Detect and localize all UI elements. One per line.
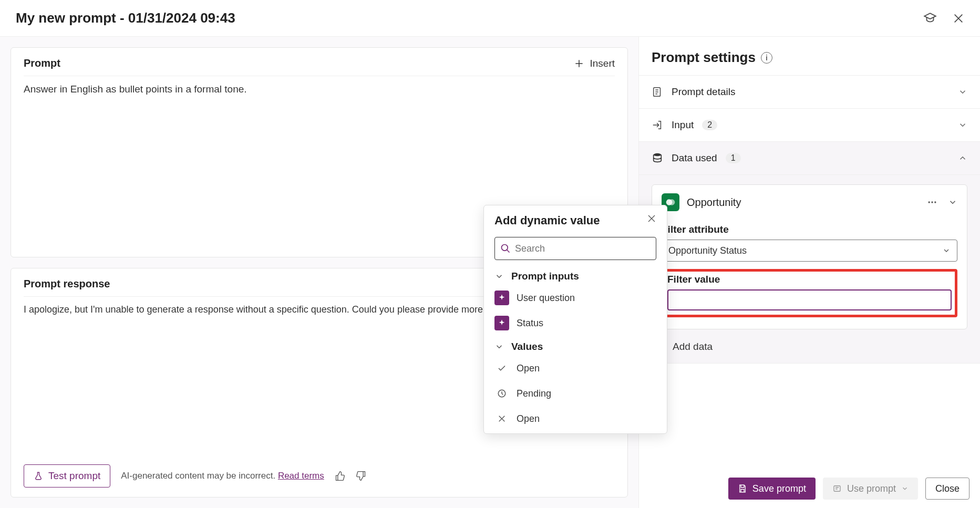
value-label: Open bbox=[517, 363, 540, 374]
search-input[interactable] bbox=[515, 243, 651, 254]
clock-icon bbox=[494, 386, 509, 401]
value-item[interactable]: Open bbox=[484, 406, 667, 431]
data-used-body: Opportunity Filter attribute Opportunity… bbox=[639, 175, 980, 364]
prompt-section-title: Prompt bbox=[24, 57, 60, 69]
x-icon bbox=[494, 411, 509, 426]
input-icon bbox=[652, 119, 663, 131]
chevron-down-icon bbox=[494, 272, 504, 281]
use-prompt-label: Use prompt bbox=[847, 483, 896, 494]
details-label: Prompt details bbox=[672, 86, 735, 98]
data-used-count-badge: 1 bbox=[726, 153, 741, 163]
close-icon[interactable] bbox=[953, 13, 964, 24]
sparkle-icon bbox=[494, 316, 509, 330]
save-prompt-label: Save prompt bbox=[752, 483, 806, 494]
value-item[interactable]: Open bbox=[484, 356, 667, 381]
chevron-down-icon bbox=[901, 485, 909, 492]
chevron-down-icon bbox=[958, 87, 967, 97]
svg-point-6 bbox=[934, 201, 936, 203]
input-label: Input bbox=[672, 119, 694, 131]
prompt-input-item[interactable]: Status bbox=[484, 310, 667, 336]
more-icon[interactable] bbox=[927, 197, 937, 208]
filter-value-input[interactable] bbox=[667, 289, 952, 310]
svg-point-3 bbox=[669, 199, 675, 205]
database-icon bbox=[652, 152, 663, 164]
svg-point-8 bbox=[502, 245, 508, 251]
prompt-input-label: User question bbox=[517, 293, 575, 304]
settings-panel: Prompt settings i Prompt details Input 2 bbox=[638, 37, 980, 508]
values-section[interactable]: Values bbox=[484, 336, 667, 356]
values-label: Values bbox=[511, 341, 543, 353]
input-row[interactable]: Input 2 bbox=[639, 109, 980, 142]
check-icon bbox=[494, 361, 509, 376]
prompt-inputs-label: Prompt inputs bbox=[511, 271, 579, 282]
chevron-down-icon[interactable] bbox=[948, 198, 957, 207]
filter-attribute-value: Opportunity Status bbox=[668, 245, 747, 256]
svg-point-5 bbox=[931, 201, 933, 203]
test-prompt-label: Test prompt bbox=[48, 470, 100, 482]
value-item[interactable]: Pending bbox=[484, 381, 667, 406]
opportunity-title: Opportunity bbox=[687, 196, 741, 209]
chevron-up-icon bbox=[958, 153, 967, 163]
data-used-label: Data used bbox=[672, 152, 717, 164]
value-label: Pending bbox=[517, 388, 551, 399]
learn-icon[interactable] bbox=[923, 12, 937, 25]
value-label: Open bbox=[517, 413, 540, 424]
details-icon bbox=[652, 86, 663, 98]
popover-title: Add dynamic value bbox=[494, 214, 600, 227]
chevron-down-icon bbox=[942, 246, 951, 255]
insert-button[interactable]: Insert bbox=[574, 58, 615, 69]
prompt-details-row[interactable]: Prompt details bbox=[639, 76, 980, 109]
header-actions bbox=[923, 12, 964, 25]
test-prompt-button[interactable]: Test prompt bbox=[24, 464, 110, 488]
svg-point-4 bbox=[929, 201, 930, 203]
footer-bar: Save prompt Use prompt Close bbox=[639, 469, 980, 508]
prompt-input-label: Status bbox=[517, 318, 543, 329]
response-section-title: Prompt response bbox=[24, 278, 110, 290]
filter-value-label: Filter value bbox=[667, 274, 952, 285]
page-header: My new prompt - 01/31/2024 09:43 bbox=[0, 0, 980, 37]
chevron-down-icon bbox=[494, 342, 504, 351]
svg-point-1 bbox=[654, 153, 662, 157]
svg-rect-7 bbox=[834, 486, 840, 492]
close-icon[interactable] bbox=[647, 214, 656, 223]
opportunity-card: Opportunity Filter attribute Opportunity… bbox=[652, 184, 967, 329]
use-prompt-button[interactable]: Use prompt bbox=[823, 478, 918, 500]
info-icon[interactable]: i bbox=[761, 52, 772, 64]
settings-header: Prompt settings i bbox=[639, 37, 980, 76]
add-data-label: Add data bbox=[673, 341, 713, 353]
input-count-badge: 2 bbox=[702, 120, 717, 130]
prompt-body[interactable]: Answer in English as bullet points in a … bbox=[24, 76, 615, 95]
settings-title: Prompt settings bbox=[652, 49, 756, 66]
ai-disclaimer: AI-generated content may be incorrect. R… bbox=[121, 471, 324, 481]
thumbs-down-icon[interactable] bbox=[356, 471, 366, 481]
filter-attribute-select[interactable]: Opportunity Status bbox=[662, 240, 957, 262]
data-used-row[interactable]: Data used 1 bbox=[639, 142, 980, 175]
close-button[interactable]: Close bbox=[925, 478, 969, 500]
close-label: Close bbox=[935, 483, 960, 494]
insert-label: Insert bbox=[590, 58, 615, 69]
prompt-input-item[interactable]: User question bbox=[484, 285, 667, 310]
read-terms-link[interactable]: Read terms bbox=[278, 471, 324, 481]
filter-value-highlight: Filter value bbox=[662, 269, 957, 317]
save-prompt-button[interactable]: Save prompt bbox=[728, 478, 816, 500]
page-title: My new prompt - 01/31/2024 09:43 bbox=[16, 10, 235, 26]
search-input-wrap[interactable] bbox=[494, 237, 656, 260]
thumbs-up-icon[interactable] bbox=[335, 471, 345, 481]
add-data-button[interactable]: Add data bbox=[639, 329, 980, 353]
filter-attribute-label: Filter attribute bbox=[662, 224, 957, 235]
search-icon bbox=[500, 243, 511, 254]
sparkle-icon bbox=[494, 291, 509, 305]
chevron-down-icon bbox=[958, 120, 967, 130]
prompt-inputs-section[interactable]: Prompt inputs bbox=[484, 265, 667, 285]
dynamic-value-popover: Add dynamic value Prompt inputs User que… bbox=[483, 205, 667, 434]
